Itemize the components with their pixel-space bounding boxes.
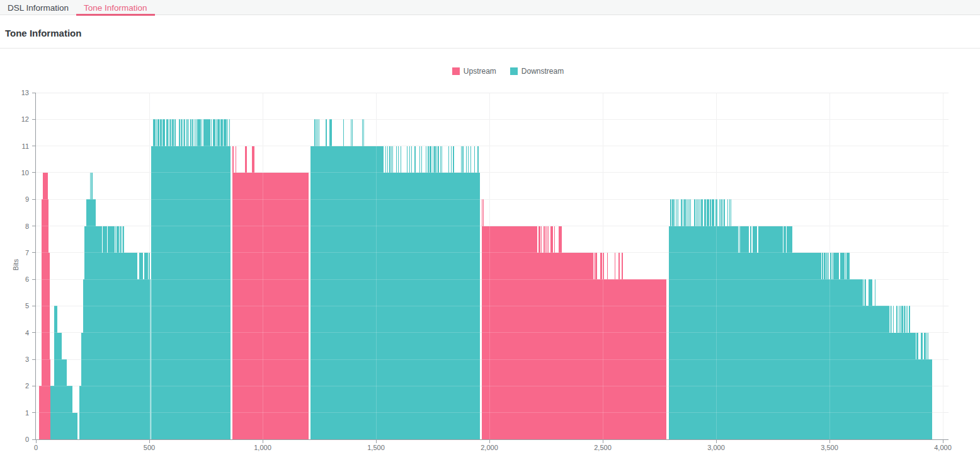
noise-spike	[362, 119, 363, 146]
noise-spike	[675, 199, 675, 226]
noise-dip	[920, 333, 921, 359]
grid-overlay-vertical	[716, 93, 717, 439]
noise-spike	[233, 146, 234, 173]
noise-spike	[387, 146, 388, 173]
grid-overlay-vertical	[829, 93, 830, 439]
noise-dip	[846, 253, 846, 279]
x-tick-label: 3,000	[707, 444, 725, 451]
x-tick-label: 0	[34, 444, 38, 451]
grid-overlay-vertical	[376, 93, 377, 439]
noise-dip	[828, 253, 828, 279]
bar-segment	[72, 413, 77, 439]
noise-spike	[90, 173, 91, 199]
noise-spike	[463, 146, 464, 173]
noise-dip	[786, 226, 787, 253]
noise-spike	[254, 146, 254, 173]
y-tick-label: 9	[10, 195, 29, 203]
noise-dip	[923, 333, 924, 359]
noise-spike	[622, 253, 623, 279]
noise-dip	[821, 253, 822, 279]
noise-spike	[607, 253, 608, 279]
noise-spike	[226, 119, 227, 146]
noise-dip	[107, 226, 108, 253]
noise-dip	[122, 226, 123, 253]
noise-spike	[698, 199, 699, 226]
noise-dip	[916, 333, 916, 359]
noise-spike	[474, 146, 475, 173]
noise-spike	[92, 173, 93, 199]
noise-dip	[901, 306, 901, 332]
y-tick-mark	[32, 199, 35, 200]
noise-dip	[926, 333, 926, 359]
y-tick-label: 0	[10, 436, 29, 443]
noise-spike	[468, 146, 469, 173]
noise-dip	[144, 253, 144, 279]
noise-spike	[709, 199, 709, 226]
noise-spike	[185, 119, 185, 146]
noise-spike	[156, 119, 157, 146]
grid-overlay-vertical	[263, 93, 263, 439]
noise-spike	[541, 226, 542, 253]
noise-spike	[710, 199, 711, 226]
noise-dip	[891, 306, 891, 332]
y-tick-mark	[32, 332, 35, 333]
noise-spike	[188, 119, 189, 146]
noise-dip	[845, 253, 845, 279]
noise-spike	[426, 146, 426, 173]
noise-spike	[676, 199, 677, 226]
noise-dip	[908, 306, 909, 332]
noise-dip	[738, 226, 739, 253]
noise-spike	[442, 146, 442, 173]
noise-spike	[603, 253, 604, 279]
noise-spike	[687, 199, 687, 226]
noise-spike	[319, 119, 319, 146]
noise-dip	[840, 253, 840, 279]
noise-spike	[200, 119, 201, 146]
bar-segment	[62, 359, 67, 439]
noise-spike	[363, 119, 364, 146]
noise-spike	[351, 119, 351, 146]
y-tick-mark	[32, 93, 35, 93]
noise-spike	[721, 199, 722, 226]
noise-spike	[173, 119, 174, 146]
tone-information-page: DSL Information Tone Information Tone In…	[0, 0, 980, 457]
noise-dip	[864, 279, 865, 306]
noise-spike	[385, 146, 386, 173]
y-tick-mark	[32, 359, 35, 360]
noise-spike	[168, 119, 168, 146]
noise-spike	[407, 146, 407, 173]
x-tick-mark	[36, 440, 37, 443]
noise-spike	[683, 199, 683, 226]
y-tick-mark	[32, 146, 35, 146]
noise-dip	[868, 279, 869, 306]
noise-spike	[216, 119, 217, 146]
noise-spike	[331, 119, 332, 146]
noise-spike	[724, 199, 725, 226]
noise-spike	[227, 119, 228, 146]
noise-spike	[552, 226, 553, 253]
y-tick-label: 1	[10, 409, 29, 417]
noise-dip	[115, 226, 115, 253]
x-tick-label: 2,500	[594, 444, 612, 451]
noise-spike	[222, 119, 223, 146]
noise-spike	[211, 119, 212, 146]
x-tick-label: 500	[144, 444, 155, 451]
noise-spike	[678, 199, 678, 226]
noise-spike	[175, 119, 176, 146]
noise-spike	[431, 146, 431, 173]
noise-dip	[927, 333, 928, 359]
noise-spike	[159, 119, 159, 146]
y-tick-label: 10	[10, 169, 29, 176]
noise-spike	[246, 146, 247, 173]
noise-dip	[831, 253, 832, 279]
noise-spike	[169, 119, 169, 146]
y-tick-mark	[32, 412, 35, 413]
bits-per-tone-chart[interactable]: 01234567891011121305001,0001,5002,0002,5…	[0, 0, 980, 457]
grid-overlay-vertical	[149, 93, 150, 439]
x-tick-mark	[716, 440, 717, 443]
bar-segment	[151, 146, 231, 439]
grid-overlay-vertical	[943, 93, 943, 439]
noise-spike	[179, 119, 180, 146]
noise-spike	[705, 199, 706, 226]
noise-spike	[401, 146, 401, 173]
